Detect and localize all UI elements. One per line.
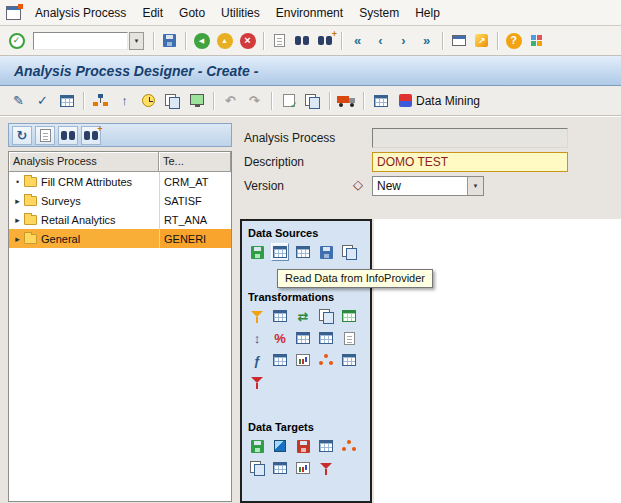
monitor-icon[interactable] — [186, 90, 207, 111]
regression-icon[interactable] — [294, 351, 312, 369]
write-master-data-icon[interactable] — [294, 437, 312, 455]
menu-analysis-process[interactable]: Analysis Process — [27, 2, 134, 24]
join-icon[interactable] — [271, 307, 289, 325]
transport-icon[interactable] — [336, 90, 357, 111]
transformations-row-3 — [248, 351, 366, 369]
elimination-icon[interactable] — [248, 373, 266, 391]
menu-help[interactable]: Help — [407, 2, 448, 24]
tree-header-technical-name[interactable]: Te... — [159, 152, 231, 172]
read-master-data-icon[interactable] — [317, 243, 335, 261]
clustering-model-icon[interactable] — [340, 437, 358, 455]
read-database-icon[interactable] — [248, 243, 266, 261]
help-icon[interactable] — [503, 30, 524, 51]
data-sources-row — [248, 243, 366, 261]
new-session-icon[interactable] — [448, 30, 469, 51]
refresh-icon[interactable] — [12, 126, 32, 145]
sample-icon[interactable] — [271, 329, 289, 347]
chart-output-icon[interactable] — [294, 459, 312, 477]
clustering-icon[interactable] — [317, 351, 335, 369]
configuration-icon[interactable] — [56, 90, 77, 111]
transpose-icon[interactable] — [294, 329, 312, 347]
lookup-icon[interactable] — [340, 307, 358, 325]
versions-icon[interactable] — [162, 90, 183, 111]
tree-header-name[interactable]: Analysis Process — [9, 152, 159, 172]
toolbar-separator — [341, 32, 342, 50]
projection-icon[interactable] — [317, 307, 335, 325]
activate-icon[interactable] — [278, 90, 299, 111]
create-new-icon[interactable] — [35, 126, 55, 145]
analysis-process-field[interactable] — [372, 128, 568, 148]
next-page-icon[interactable] — [393, 30, 414, 51]
read-infoprovider-icon[interactable] — [271, 243, 289, 261]
toggle-display-change-icon[interactable] — [8, 90, 29, 111]
menu-utilities[interactable]: Utilities — [213, 2, 268, 24]
weighting-icon[interactable] — [340, 351, 358, 369]
menu-environment[interactable]: Environment — [268, 2, 351, 24]
undo-icon[interactable] — [220, 90, 241, 111]
exit-icon[interactable] — [214, 30, 235, 51]
tree-expander-icon[interactable]: • — [12, 177, 23, 187]
menu-edit[interactable]: Edit — [134, 2, 171, 24]
import-icon[interactable] — [114, 90, 135, 111]
command-history-dropdown-icon[interactable] — [129, 32, 144, 50]
create-shortcut-icon[interactable] — [471, 30, 492, 51]
window-system-icon[interactable] — [6, 6, 21, 20]
version-dropdown[interactable]: New — [372, 176, 484, 196]
write-file-icon[interactable] — [317, 437, 335, 455]
customize-layout-icon[interactable] — [526, 30, 547, 51]
tree-item-retail-analytics[interactable]: ▸ Retail Analytics RT_ANA — [9, 210, 231, 229]
tree-expander-icon[interactable]: ▸ — [12, 234, 23, 244]
schedule-icon[interactable] — [138, 90, 159, 111]
data-targets-row-2 — [248, 459, 366, 477]
enter-icon[interactable] — [6, 30, 27, 51]
sort-icon[interactable] — [248, 329, 266, 347]
menu-system[interactable]: System — [351, 2, 407, 24]
design-canvas[interactable] — [374, 219, 621, 503]
data-mining-model-icon[interactable] — [317, 459, 335, 477]
save-icon[interactable] — [159, 30, 180, 51]
hide-columns-icon[interactable] — [271, 351, 289, 369]
export-icon[interactable] — [248, 459, 266, 477]
analysis-process-label: Analysis Process — [244, 131, 335, 145]
application-toolbar: Data Mining — [0, 86, 621, 116]
table-view-icon[interactable] — [370, 90, 391, 111]
read-query-icon[interactable] — [294, 243, 312, 261]
redo-icon[interactable] — [244, 90, 265, 111]
previous-page-icon[interactable] — [370, 30, 391, 51]
first-page-icon[interactable] — [347, 30, 368, 51]
menu-goto[interactable]: Goto — [171, 2, 213, 24]
cancel-icon[interactable] — [237, 30, 258, 51]
read-file-icon[interactable] — [340, 243, 358, 261]
aggregation-icon[interactable] — [248, 351, 266, 369]
find-icon[interactable] — [292, 30, 313, 51]
data-mining-button[interactable]: Data Mining — [394, 92, 485, 110]
write-database-icon[interactable] — [248, 437, 266, 455]
tree-expander-icon[interactable]: ▸ — [12, 196, 23, 206]
tree-item-fill-crm-attributes[interactable]: • Fill CRM Attributes CRM_AT — [9, 172, 231, 191]
find-next-icon[interactable] — [315, 30, 336, 51]
routine-icon[interactable] — [340, 329, 358, 347]
copy-model-icon[interactable] — [302, 90, 323, 111]
toolbar-separator — [83, 92, 84, 110]
check-icon[interactable] — [32, 90, 53, 111]
tree-expander-icon[interactable]: ▸ — [12, 215, 23, 225]
last-page-icon[interactable] — [416, 30, 437, 51]
tree-item-surveys[interactable]: ▸ Surveys SATISF — [9, 191, 231, 210]
hierarchy-icon[interactable] — [90, 90, 111, 111]
union-icon[interactable] — [294, 307, 312, 325]
description-field[interactable] — [372, 152, 568, 172]
back-icon[interactable] — [191, 30, 212, 51]
find-icon[interactable] — [58, 126, 78, 145]
write-infocube-icon[interactable] — [271, 437, 289, 455]
chevron-down-icon[interactable] — [467, 177, 483, 195]
print-icon[interactable] — [269, 30, 290, 51]
write-table-icon[interactable] — [271, 459, 289, 477]
filter-icon[interactable] — [248, 307, 266, 325]
toolbar-separator — [263, 32, 264, 50]
find-next-icon[interactable] — [81, 126, 101, 145]
formula-icon[interactable] — [317, 329, 335, 347]
tree-item-general[interactable]: ▸ General GENERI — [9, 229, 231, 248]
transformations-title: Transformations — [248, 291, 366, 303]
version-diamond-icon — [353, 177, 363, 192]
command-field[interactable] — [33, 32, 128, 50]
